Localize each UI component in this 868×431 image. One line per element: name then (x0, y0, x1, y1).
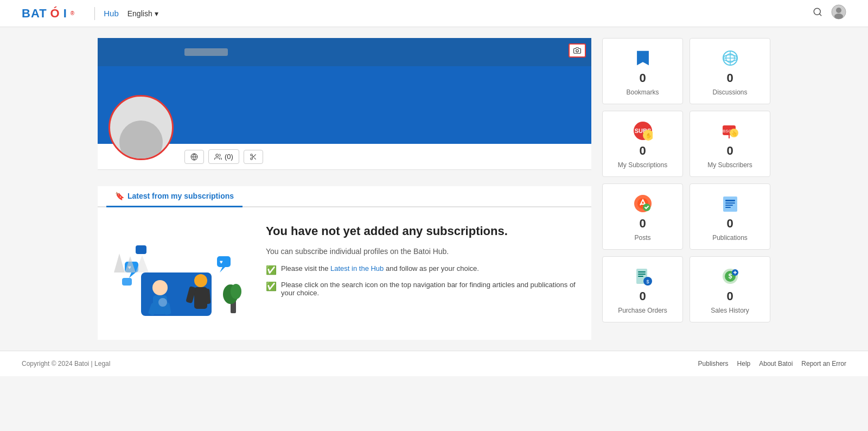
footer-links: Publishers Help About Batoi Report an Er… (698, 360, 846, 367)
svg-text:$: $ (646, 279, 649, 284)
stat-card-sales-history[interactable]: $ 0 Sales History (690, 256, 770, 322)
svg-point-3 (836, 8, 841, 13)
profile-tabs: 🔖 Latest from my subscriptions (98, 186, 591, 207)
svg-point-8 (216, 154, 219, 156)
svg-point-37 (158, 298, 167, 307)
bookmarks-icon (635, 48, 651, 68)
my-subscribers-icon: SUBSCRIBE 👆 (720, 121, 740, 141)
purchase-orders-count: 0 (639, 289, 646, 303)
empty-subtext: You can subscribe individual profiles on… (266, 247, 580, 256)
my-subscriptions-icon: SUBS ✋ (633, 121, 653, 141)
profile-name (184, 48, 228, 56)
svg-rect-59 (725, 205, 733, 206)
stat-card-publications[interactable]: 0 Publications (690, 183, 770, 250)
svg-marker-24 (129, 272, 136, 278)
discussions-count: 0 (726, 71, 733, 85)
my-subscribers-count: 0 (726, 144, 733, 158)
profile-button[interactable] (831, 4, 846, 22)
latest-hub-link[interactable]: Latest in the Hub (330, 264, 384, 272)
svg-rect-64 (638, 276, 643, 277)
logo-o: Ó (50, 7, 60, 21)
footer-copyright: Copyright © 2024 Batoi | Legal (22, 360, 110, 367)
logo-registered: ® (71, 10, 75, 16)
my-subscriptions-label: My Subscriptions (618, 161, 667, 169)
footer-help-link[interactable]: Help (737, 360, 751, 367)
footer-about-link[interactable]: About Batoi (759, 360, 793, 367)
publications-count: 0 (726, 217, 733, 231)
hub-link[interactable]: Hub (104, 9, 119, 18)
check-icon-2: ✅ (266, 281, 277, 291)
svg-rect-58 (725, 202, 735, 204)
svg-rect-28 (122, 278, 132, 286)
settings-button[interactable] (244, 150, 263, 164)
svg-point-15 (152, 280, 168, 295)
svg-point-5 (576, 49, 579, 52)
empty-hint-1: ✅ Please visit the Latest in the Hub and… (266, 264, 580, 275)
change-banner-button[interactable] (569, 43, 586, 58)
avatar-icon (831, 4, 846, 20)
publications-label: Publications (712, 234, 748, 242)
svg-rect-62 (638, 271, 646, 272)
subscription-illustration: ♥ ♥ (108, 224, 250, 321)
logo[interactable]: BATÓI® (22, 7, 75, 21)
purchase-orders-label: Purchase Orders (618, 307, 667, 314)
svg-point-36 (231, 284, 241, 299)
hint1-suffix: and follow as per your choice. (384, 264, 479, 272)
my-subscriptions-count: 0 (639, 144, 646, 158)
header-divider (94, 7, 95, 20)
tab-subscriptions[interactable]: 🔖 Latest from my subscriptions (106, 186, 242, 207)
bookmark-tab-icon: 🔖 (115, 192, 124, 200)
sales-history-label: Sales History (711, 307, 749, 314)
sales-history-icon: $ (721, 267, 739, 286)
profile-avatar[interactable] (108, 95, 174, 160)
stat-card-my-subscribers[interactable]: SUBSCRIBE 👆 0 My Subscribers (690, 111, 770, 177)
svg-line-13 (252, 155, 253, 156)
svg-point-19 (194, 274, 207, 287)
logo-i: I (63, 7, 67, 21)
profile-bottom-bar (98, 38, 591, 66)
stat-card-posts[interactable]: 0 Posts (602, 183, 683, 250)
profile-actions: (0) (98, 144, 591, 170)
empty-heading: You have not yet added any subscriptions… (266, 224, 580, 239)
avatar-silhouette (119, 121, 163, 160)
stat-card-discussions[interactable]: 0 Discussions (690, 38, 770, 104)
footer-error-link[interactable]: Report an Error (801, 360, 846, 367)
scissors-icon (250, 153, 257, 161)
svg-rect-56 (723, 197, 737, 212)
main-container: (0) 🔖 Latest from my subscriptions (76, 27, 792, 351)
empty-state: ♥ ♥ You have not yet added any subscript… (98, 207, 591, 340)
posts-count: 0 (639, 217, 646, 231)
website-button[interactable] (184, 150, 204, 164)
search-button[interactable] (813, 7, 822, 20)
svg-rect-25 (217, 256, 231, 267)
header: BATÓI® Hub English ▾ (0, 0, 868, 27)
svg-text:✋: ✋ (645, 132, 652, 139)
followers-icon (214, 153, 222, 161)
followers-button[interactable]: (0) (208, 149, 239, 164)
svg-marker-26 (220, 267, 225, 272)
language-selector[interactable]: English ▾ (127, 9, 158, 18)
stat-card-my-subscriptions[interactable]: SUBS ✋ 0 My Subscriptions (602, 111, 683, 177)
svg-point-9 (251, 154, 253, 156)
stat-card-purchase-orders[interactable]: $ 0 Purchase Orders (602, 256, 683, 322)
sales-history-count: 0 (726, 289, 733, 303)
camera-icon (573, 47, 581, 54)
profile-section: (0) 🔖 Latest from my subscriptions (98, 38, 591, 340)
empty-hint-2: ✅ Please click on the search icon on the… (266, 281, 580, 297)
purchase-orders-icon: $ (634, 267, 652, 286)
svg-rect-60 (725, 207, 731, 208)
chevron-down-icon: ▾ (155, 9, 158, 18)
tab-subscriptions-label: Latest from my subscriptions (127, 192, 234, 200)
hint1-text: Please visit the Latest in the Hub and f… (281, 264, 479, 272)
footer-publishers-link[interactable]: Publishers (698, 360, 729, 367)
svg-line-12 (254, 157, 256, 159)
svg-text:$: $ (728, 272, 732, 280)
header-icons (813, 4, 846, 22)
posts-icon (634, 194, 652, 213)
bookmarks-label: Bookmarks (626, 88, 659, 96)
svg-text:♥: ♥ (220, 259, 223, 265)
stat-card-bookmarks[interactable]: 0 Bookmarks (602, 38, 683, 104)
check-icon-1: ✅ (266, 265, 277, 275)
logo-text: BAT (22, 7, 47, 21)
followers-count: (0) (225, 153, 233, 161)
